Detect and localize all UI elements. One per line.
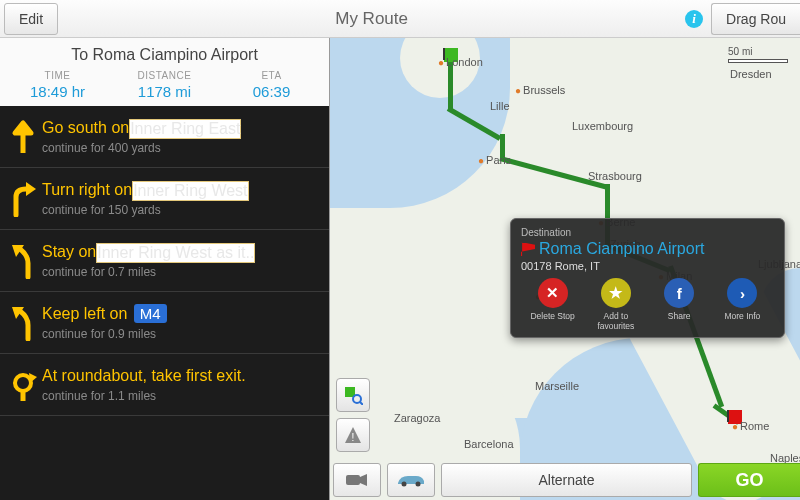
step-continue: continue for 1.1 miles <box>42 389 323 403</box>
step-instruction: At roundabout, take first exit. <box>42 367 323 385</box>
turn-arrow-icon <box>4 243 42 279</box>
city-label: Strasbourg <box>588 170 642 182</box>
delete-stop-button[interactable]: ✕Delete Stop <box>523 278 583 331</box>
map-scale: 50 mi <box>728 46 788 63</box>
main-area: To Roma Ciampino Airport TIME 18:49 hr D… <box>0 38 800 500</box>
destination-popup: Destination Roma Ciampino Airport 00178 … <box>510 218 785 338</box>
turn-arrow-icon <box>4 367 42 403</box>
search-map-button[interactable] <box>336 378 370 412</box>
city-label: Barcelona <box>464 438 514 450</box>
step-continue: continue for 400 yards <box>42 141 323 155</box>
stat-eta: ETA 06:39 <box>218 70 325 100</box>
side-panel: To Roma Ciampino Airport TIME 18:49 hr D… <box>0 38 330 500</box>
direction-step[interactable]: Turn right on Inner Ring West continue f… <box>0 168 329 230</box>
step-continue: continue for 0.9 miles <box>42 327 323 341</box>
step-instruction: Turn right on Inner Ring West <box>42 181 323 199</box>
share-button[interactable]: fShare <box>649 278 709 331</box>
stat-time-label: TIME <box>4 70 111 81</box>
info-icon[interactable]: i <box>685 10 703 28</box>
map-bottom-bar: Alternate GO <box>330 460 800 500</box>
edit-button[interactable]: Edit <box>4 3 58 35</box>
city-label: Marseille <box>535 380 579 392</box>
svg-text:!: ! <box>352 432 355 443</box>
step-instruction: Keep left on M4 <box>42 304 323 323</box>
svg-rect-6 <box>346 475 360 485</box>
direction-step[interactable]: Stay on Inner Ring West as it.. continue… <box>0 230 329 292</box>
stat-time: TIME 18:49 hr <box>4 70 111 100</box>
map-tools: ! <box>336 378 370 452</box>
direction-step[interactable]: Go south on Inner Ring East continue for… <box>0 106 329 168</box>
step-continue: continue for 150 yards <box>42 203 323 217</box>
stat-distance: DISTANCE 1178 mi <box>111 70 218 100</box>
stat-eta-value: 06:39 <box>218 83 325 100</box>
svg-point-9 <box>416 482 421 487</box>
flag-icon <box>521 242 535 256</box>
directions-list[interactable]: Go south on Inner Ring East continue for… <box>0 106 329 500</box>
add-fav-button[interactable]: ★Add to favourites <box>586 278 646 331</box>
map-scale-label: 50 mi <box>728 46 752 57</box>
city-label: Paris <box>478 154 511 166</box>
map-canvas[interactable]: LondonBrusselsLilleDresdenLuxembourgPari… <box>330 38 800 500</box>
svg-point-2 <box>353 395 361 403</box>
stat-time-value: 18:49 hr <box>4 83 111 100</box>
svg-marker-7 <box>360 474 367 486</box>
stat-distance-label: DISTANCE <box>111 70 218 81</box>
page-title: My Route <box>58 9 685 29</box>
turn-arrow-icon <box>4 181 42 217</box>
popup-title: Roma Ciampino Airport <box>539 240 704 258</box>
popup-address: 00178 Rome, IT <box>521 260 774 272</box>
svg-point-8 <box>402 482 407 487</box>
step-instruction: Go south on Inner Ring East <box>42 119 323 137</box>
direction-step[interactable]: Keep left on M4 continue for 0.9 miles <box>0 292 329 354</box>
route-summary: To Roma Ciampino Airport TIME 18:49 hr D… <box>0 38 329 106</box>
step-continue: continue for 0.7 miles <box>42 265 323 279</box>
city-label: London <box>438 56 483 68</box>
drag-route-button[interactable]: Drag Rou <box>711 3 800 35</box>
stat-eta-label: ETA <box>218 70 325 81</box>
city-label: Luxembourg <box>572 120 633 132</box>
city-label: Lille <box>490 100 510 112</box>
direction-step[interactable]: At roundabout, take first exit. continue… <box>0 354 329 416</box>
city-label: Rome <box>732 420 769 432</box>
go-button[interactable]: GO <box>698 463 800 497</box>
city-label: Zaragoza <box>394 412 440 424</box>
svg-point-0 <box>15 375 31 391</box>
destination-label: To Roma Ciampino Airport <box>4 46 325 64</box>
step-instruction: Stay on Inner Ring West as it.. <box>42 243 323 261</box>
city-label: Brussels <box>515 84 565 96</box>
turn-arrow-icon <box>4 305 42 341</box>
turn-arrow-icon <box>4 119 42 155</box>
alternate-button[interactable]: Alternate <box>441 463 692 497</box>
more-info-button[interactable]: ›More Info <box>712 278 772 331</box>
city-label: Dresden <box>730 68 772 80</box>
popup-subtitle: Destination <box>521 227 774 238</box>
vehicle-button[interactable] <box>387 463 435 497</box>
stat-distance-value: 1178 mi <box>111 83 218 100</box>
top-bar: Edit My Route i Drag Rou <box>0 0 800 38</box>
svg-line-3 <box>360 402 363 405</box>
dashcam-button[interactable] <box>333 463 381 497</box>
traffic-alert-button[interactable]: ! <box>336 418 370 452</box>
